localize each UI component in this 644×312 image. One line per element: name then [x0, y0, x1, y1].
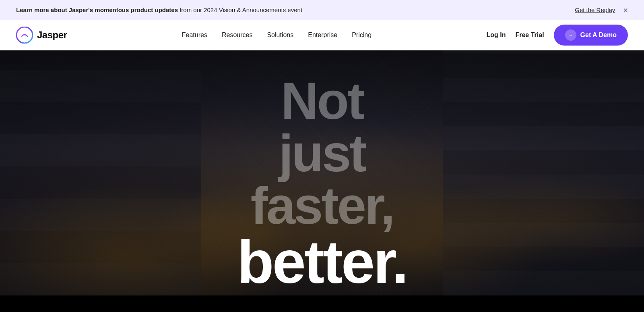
demo-arrow-icon: → [565, 29, 576, 41]
announcement-normal-text: from our 2024 Vision & Announcements eve… [178, 6, 302, 13]
announcement-bold-text: Learn more about Jasper's momentous prod… [16, 6, 178, 13]
hero-headline: Not just faster, better. [237, 75, 407, 292]
nav-item-enterprise[interactable]: Enterprise [308, 31, 337, 39]
logo-text: Jasper [37, 29, 67, 41]
nav-actions: Log In Free Trial → Get A Demo [486, 25, 628, 46]
nav-links: Features Resources Solutions Enterprise … [182, 31, 372, 39]
announcement-banner: Learn more about Jasper's momentous prod… [0, 0, 644, 20]
nav-link-solutions[interactable]: Solutions [267, 31, 293, 38]
nav-item-features[interactable]: Features [182, 31, 207, 39]
nav-item-resources[interactable]: Resources [222, 31, 252, 39]
nav-item-solutions[interactable]: Solutions [267, 31, 293, 39]
hero-section: Not just faster, better. Jasper is an AI… [0, 50, 644, 295]
hero-headline-line4: better. [237, 232, 407, 292]
replay-link[interactable]: Get the Replay [575, 6, 615, 13]
free-trial-button[interactable]: Free Trial [515, 31, 544, 39]
hero-content: Not just faster, better. Jasper is an AI… [0, 50, 644, 295]
banner-close-button[interactable]: × [623, 6, 628, 14]
get-demo-button[interactable]: → Get A Demo [554, 25, 628, 46]
announcement-text: Learn more about Jasper's momentous prod… [16, 6, 302, 14]
nav-link-features[interactable]: Features [182, 31, 207, 38]
nav-link-resources[interactable]: Resources [222, 31, 252, 38]
jasper-logo-icon [16, 27, 33, 44]
hero-headline-line1: Not just [237, 75, 407, 179]
announcement-actions: Get the Replay × [575, 6, 628, 14]
navbar: Jasper Features Resources Solutions Ente… [0, 20, 644, 50]
nav-item-pricing[interactable]: Pricing [352, 31, 372, 39]
nav-link-pricing[interactable]: Pricing [352, 31, 372, 38]
demo-button-label: Get A Demo [580, 31, 617, 39]
nav-link-enterprise[interactable]: Enterprise [308, 31, 337, 38]
login-button[interactable]: Log In [486, 31, 506, 39]
logo[interactable]: Jasper [16, 27, 67, 44]
hero-headline-line3: faster, [237, 179, 407, 232]
